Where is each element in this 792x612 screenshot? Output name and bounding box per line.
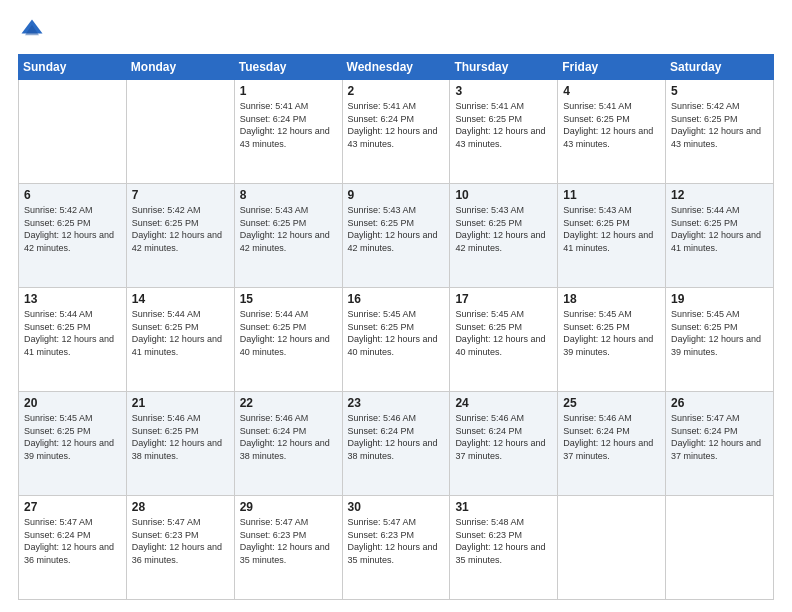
- day-info: Sunrise: 5:47 AMSunset: 6:23 PMDaylight:…: [348, 516, 445, 566]
- calendar-cell-4-7: 26Sunrise: 5:47 AMSunset: 6:24 PMDayligh…: [666, 392, 774, 496]
- calendar-cell-5-5: 31Sunrise: 5:48 AMSunset: 6:23 PMDayligh…: [450, 496, 558, 600]
- day-info: Sunrise: 5:45 AMSunset: 6:25 PMDaylight:…: [24, 412, 121, 462]
- day-number: 14: [132, 292, 229, 306]
- day-number: 22: [240, 396, 337, 410]
- calendar-cell-5-2: 28Sunrise: 5:47 AMSunset: 6:23 PMDayligh…: [126, 496, 234, 600]
- weekday-header-row: SundayMondayTuesdayWednesdayThursdayFrid…: [19, 55, 774, 80]
- calendar-cell-5-6: [558, 496, 666, 600]
- weekday-header-monday: Monday: [126, 55, 234, 80]
- calendar-cell-1-2: [126, 80, 234, 184]
- calendar-cell-3-3: 15Sunrise: 5:44 AMSunset: 6:25 PMDayligh…: [234, 288, 342, 392]
- day-info: Sunrise: 5:44 AMSunset: 6:25 PMDaylight:…: [240, 308, 337, 358]
- day-number: 21: [132, 396, 229, 410]
- day-info: Sunrise: 5:44 AMSunset: 6:25 PMDaylight:…: [132, 308, 229, 358]
- calendar-cell-1-5: 3Sunrise: 5:41 AMSunset: 6:25 PMDaylight…: [450, 80, 558, 184]
- day-info: Sunrise: 5:41 AMSunset: 6:25 PMDaylight:…: [455, 100, 552, 150]
- calendar-cell-1-6: 4Sunrise: 5:41 AMSunset: 6:25 PMDaylight…: [558, 80, 666, 184]
- day-number: 29: [240, 500, 337, 514]
- calendar-cell-5-1: 27Sunrise: 5:47 AMSunset: 6:24 PMDayligh…: [19, 496, 127, 600]
- day-number: 27: [24, 500, 121, 514]
- calendar-cell-2-1: 6Sunrise: 5:42 AMSunset: 6:25 PMDaylight…: [19, 184, 127, 288]
- day-info: Sunrise: 5:43 AMSunset: 6:25 PMDaylight:…: [240, 204, 337, 254]
- calendar-cell-4-1: 20Sunrise: 5:45 AMSunset: 6:25 PMDayligh…: [19, 392, 127, 496]
- day-number: 5: [671, 84, 768, 98]
- day-number: 23: [348, 396, 445, 410]
- calendar-cell-3-7: 19Sunrise: 5:45 AMSunset: 6:25 PMDayligh…: [666, 288, 774, 392]
- day-info: Sunrise: 5:41 AMSunset: 6:24 PMDaylight:…: [240, 100, 337, 150]
- calendar-table: SundayMondayTuesdayWednesdayThursdayFrid…: [18, 54, 774, 600]
- day-number: 4: [563, 84, 660, 98]
- day-number: 7: [132, 188, 229, 202]
- calendar-cell-5-7: [666, 496, 774, 600]
- calendar-cell-2-5: 10Sunrise: 5:43 AMSunset: 6:25 PMDayligh…: [450, 184, 558, 288]
- day-number: 20: [24, 396, 121, 410]
- day-info: Sunrise: 5:46 AMSunset: 6:24 PMDaylight:…: [455, 412, 552, 462]
- day-info: Sunrise: 5:43 AMSunset: 6:25 PMDaylight:…: [455, 204, 552, 254]
- header: [18, 16, 774, 44]
- day-info: Sunrise: 5:43 AMSunset: 6:25 PMDaylight:…: [563, 204, 660, 254]
- day-info: Sunrise: 5:44 AMSunset: 6:25 PMDaylight:…: [671, 204, 768, 254]
- day-info: Sunrise: 5:45 AMSunset: 6:25 PMDaylight:…: [563, 308, 660, 358]
- calendar-cell-1-4: 2Sunrise: 5:41 AMSunset: 6:24 PMDaylight…: [342, 80, 450, 184]
- day-number: 15: [240, 292, 337, 306]
- calendar-cell-2-3: 8Sunrise: 5:43 AMSunset: 6:25 PMDaylight…: [234, 184, 342, 288]
- week-row-3: 13Sunrise: 5:44 AMSunset: 6:25 PMDayligh…: [19, 288, 774, 392]
- day-number: 24: [455, 396, 552, 410]
- day-info: Sunrise: 5:44 AMSunset: 6:25 PMDaylight:…: [24, 308, 121, 358]
- day-info: Sunrise: 5:41 AMSunset: 6:24 PMDaylight:…: [348, 100, 445, 150]
- calendar-cell-2-6: 11Sunrise: 5:43 AMSunset: 6:25 PMDayligh…: [558, 184, 666, 288]
- calendar-cell-1-7: 5Sunrise: 5:42 AMSunset: 6:25 PMDaylight…: [666, 80, 774, 184]
- day-info: Sunrise: 5:41 AMSunset: 6:25 PMDaylight:…: [563, 100, 660, 150]
- day-number: 25: [563, 396, 660, 410]
- day-info: Sunrise: 5:48 AMSunset: 6:23 PMDaylight:…: [455, 516, 552, 566]
- day-info: Sunrise: 5:46 AMSunset: 6:24 PMDaylight:…: [240, 412, 337, 462]
- day-info: Sunrise: 5:42 AMSunset: 6:25 PMDaylight:…: [671, 100, 768, 150]
- day-number: 12: [671, 188, 768, 202]
- calendar-cell-4-5: 24Sunrise: 5:46 AMSunset: 6:24 PMDayligh…: [450, 392, 558, 496]
- day-number: 11: [563, 188, 660, 202]
- week-row-1: 1Sunrise: 5:41 AMSunset: 6:24 PMDaylight…: [19, 80, 774, 184]
- day-number: 10: [455, 188, 552, 202]
- day-number: 9: [348, 188, 445, 202]
- logo-icon: [18, 16, 46, 44]
- calendar-cell-3-2: 14Sunrise: 5:44 AMSunset: 6:25 PMDayligh…: [126, 288, 234, 392]
- calendar-cell-3-5: 17Sunrise: 5:45 AMSunset: 6:25 PMDayligh…: [450, 288, 558, 392]
- weekday-header-friday: Friday: [558, 55, 666, 80]
- day-info: Sunrise: 5:47 AMSunset: 6:24 PMDaylight:…: [671, 412, 768, 462]
- day-info: Sunrise: 5:43 AMSunset: 6:25 PMDaylight:…: [348, 204, 445, 254]
- day-info: Sunrise: 5:46 AMSunset: 6:25 PMDaylight:…: [132, 412, 229, 462]
- week-row-5: 27Sunrise: 5:47 AMSunset: 6:24 PMDayligh…: [19, 496, 774, 600]
- day-number: 26: [671, 396, 768, 410]
- day-number: 1: [240, 84, 337, 98]
- weekday-header-sunday: Sunday: [19, 55, 127, 80]
- day-info: Sunrise: 5:45 AMSunset: 6:25 PMDaylight:…: [455, 308, 552, 358]
- day-number: 6: [24, 188, 121, 202]
- calendar-cell-2-2: 7Sunrise: 5:42 AMSunset: 6:25 PMDaylight…: [126, 184, 234, 288]
- week-row-4: 20Sunrise: 5:45 AMSunset: 6:25 PMDayligh…: [19, 392, 774, 496]
- calendar-cell-4-4: 23Sunrise: 5:46 AMSunset: 6:24 PMDayligh…: [342, 392, 450, 496]
- calendar-cell-1-1: [19, 80, 127, 184]
- day-number: 18: [563, 292, 660, 306]
- day-info: Sunrise: 5:46 AMSunset: 6:24 PMDaylight:…: [563, 412, 660, 462]
- logo: [18, 16, 50, 44]
- calendar-cell-3-4: 16Sunrise: 5:45 AMSunset: 6:25 PMDayligh…: [342, 288, 450, 392]
- day-info: Sunrise: 5:47 AMSunset: 6:23 PMDaylight:…: [132, 516, 229, 566]
- day-info: Sunrise: 5:45 AMSunset: 6:25 PMDaylight:…: [348, 308, 445, 358]
- day-number: 31: [455, 500, 552, 514]
- day-number: 30: [348, 500, 445, 514]
- day-number: 17: [455, 292, 552, 306]
- calendar-cell-5-4: 30Sunrise: 5:47 AMSunset: 6:23 PMDayligh…: [342, 496, 450, 600]
- day-number: 16: [348, 292, 445, 306]
- day-info: Sunrise: 5:42 AMSunset: 6:25 PMDaylight:…: [132, 204, 229, 254]
- calendar-cell-1-3: 1Sunrise: 5:41 AMSunset: 6:24 PMDaylight…: [234, 80, 342, 184]
- day-info: Sunrise: 5:42 AMSunset: 6:25 PMDaylight:…: [24, 204, 121, 254]
- calendar-cell-2-4: 9Sunrise: 5:43 AMSunset: 6:25 PMDaylight…: [342, 184, 450, 288]
- weekday-header-saturday: Saturday: [666, 55, 774, 80]
- calendar-cell-3-6: 18Sunrise: 5:45 AMSunset: 6:25 PMDayligh…: [558, 288, 666, 392]
- page: SundayMondayTuesdayWednesdayThursdayFrid…: [0, 0, 792, 612]
- calendar-cell-4-3: 22Sunrise: 5:46 AMSunset: 6:24 PMDayligh…: [234, 392, 342, 496]
- calendar-cell-5-3: 29Sunrise: 5:47 AMSunset: 6:23 PMDayligh…: [234, 496, 342, 600]
- day-info: Sunrise: 5:47 AMSunset: 6:23 PMDaylight:…: [240, 516, 337, 566]
- calendar-cell-4-2: 21Sunrise: 5:46 AMSunset: 6:25 PMDayligh…: [126, 392, 234, 496]
- day-info: Sunrise: 5:46 AMSunset: 6:24 PMDaylight:…: [348, 412, 445, 462]
